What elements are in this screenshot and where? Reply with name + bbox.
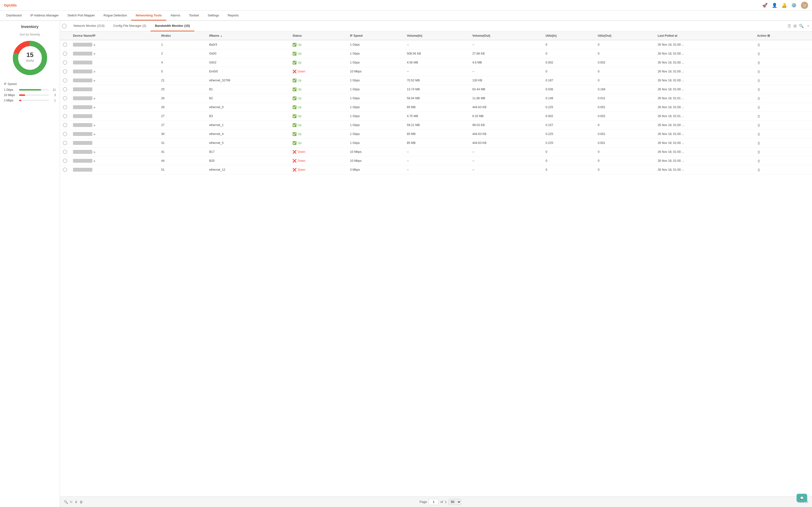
page-input[interactable] [429, 499, 439, 505]
search-icon[interactable]: 🔍 [799, 24, 804, 28]
settings-icon[interactable]: ⚙️ [791, 3, 797, 8]
row-radio[interactable] [63, 60, 67, 65]
select-all-radio[interactable] [62, 24, 67, 29]
th-utilz-in[interactable]: Utilz(In) [543, 32, 595, 40]
delete-row-icon[interactable]: 🗑 [757, 105, 761, 109]
chevron-icon[interactable]: ▶ [94, 97, 96, 100]
delete-row-icon[interactable]: 🗑 [757, 96, 761, 101]
nav-dashboard[interactable]: Dashboard [2, 11, 26, 20]
th-last-polled[interactable]: Last Polled at [655, 32, 754, 40]
delete-row-icon[interactable]: 🗑 [757, 88, 761, 92]
rocket-icon[interactable]: 🚀 [762, 3, 767, 8]
row-radio[interactable] [63, 159, 67, 163]
td-utilz-in: 0 [543, 157, 595, 165]
status-up-icon: ✅ [292, 78, 297, 82]
row-radio[interactable] [63, 168, 67, 172]
ifspeed-label-10mbps: 10 Mbps [4, 94, 17, 97]
td-action: 🗑 [754, 148, 812, 157]
row-radio[interactable] [63, 114, 67, 118]
chevron-icon[interactable]: ▶ [94, 151, 96, 153]
tab-network-monitor[interactable]: Network Monitor (213) [69, 21, 109, 32]
avatar[interactable]: U [801, 2, 808, 9]
th-ifname[interactable]: IfName ▲ [206, 32, 290, 40]
th-volume-in[interactable]: Volume(In) [404, 32, 469, 40]
td-action: 🗑 [754, 67, 812, 76]
download-icon[interactable]: ⬇ [75, 500, 78, 504]
td-volume-out: 444.63 KB [469, 130, 543, 138]
chevron-icon[interactable]: ▶ [94, 52, 96, 55]
table-header-row: Device Name/IP IfIndex IfName ▲ Status I… [60, 32, 812, 40]
pagination-info: Page of 1 50 100 200 [419, 499, 461, 505]
chevron-icon[interactable]: ▶ [94, 106, 96, 109]
row-radio[interactable] [63, 87, 67, 92]
row-radio[interactable] [63, 78, 67, 82]
nav-switch-port-mapper[interactable]: Switch Port Mapper [63, 11, 99, 20]
nav-alarms[interactable]: Alarms [166, 11, 185, 20]
tab-bar: Network Monitor (213) Config File Manage… [60, 21, 812, 32]
delete-row-icon[interactable]: 🗑 [757, 132, 761, 136]
row-radio[interactable] [63, 96, 67, 101]
device-bar [73, 159, 92, 163]
delete-row-icon[interactable]: 🗑 [757, 159, 761, 163]
delete-row-icon[interactable]: 🗑 [757, 123, 761, 127]
tab-bandwidth-monitor[interactable]: Bandwidth Monitor (15) [151, 21, 194, 32]
nav-rogue-detection[interactable]: Rogue Detection [99, 11, 132, 20]
delete-row-icon[interactable]: 🗑 [757, 141, 761, 145]
nav-reports[interactable]: Reports [223, 11, 243, 20]
delete-row-icon[interactable]: 🗑 [757, 43, 761, 47]
row-radio[interactable] [63, 43, 67, 47]
delete-row-icon[interactable]: 🗑 [757, 69, 761, 74]
td-status: ❌Down [290, 157, 347, 165]
tab-config-file-manager[interactable]: Config File Manager (2) [109, 21, 151, 32]
td-last-polled: 26 Nov 18, 01:00 ... [655, 58, 754, 67]
chevron-icon[interactable]: ▶ [94, 133, 96, 135]
chevron-icon[interactable]: ▶ [94, 79, 96, 82]
td-status: ❌Down [290, 165, 347, 174]
td-utilz-out: 0.002 [595, 58, 655, 67]
nav-settings[interactable]: Settings [203, 11, 223, 20]
row-radio[interactable] [63, 132, 67, 136]
th-ifindex[interactable]: IfIndex [158, 32, 206, 40]
row-radio[interactable] [63, 150, 67, 154]
td-volume-out: -- [469, 40, 543, 49]
td-ifspeed: 1 Gbps [347, 94, 404, 103]
th-utilz-out[interactable]: Utilz(Out) [595, 32, 655, 40]
delete-icon[interactable]: 🗑 [80, 500, 83, 504]
th-ifspeed[interactable]: IF Speed [347, 32, 404, 40]
chevron-icon[interactable]: ▶ [94, 44, 96, 46]
chat-button[interactable]: 💬 [797, 494, 807, 502]
delete-row-icon[interactable]: 🗑 [757, 78, 761, 82]
delete-row-icon[interactable]: 🗑 [757, 61, 761, 65]
row-radio[interactable] [63, 51, 67, 56]
row-radio[interactable] [63, 69, 67, 74]
bell-icon[interactable]: 🔔 [781, 3, 787, 8]
nav-toolset[interactable]: Toolset [185, 11, 203, 20]
chevron-icon[interactable]: ▶ [94, 124, 96, 126]
td-radio [60, 58, 70, 67]
td-volume-in: -- [404, 157, 469, 165]
user-icon[interactable]: 👤 [772, 3, 777, 8]
nav-ip-address-manager[interactable]: IP Address Manager [26, 11, 63, 20]
th-device-name-ip[interactable]: Device Name/IP [70, 32, 158, 40]
chevron-icon[interactable]: ▶ [94, 160, 96, 162]
delete-row-icon[interactable]: 🗑 [757, 114, 761, 118]
nav-networking-tools[interactable]: Networking Tools [131, 11, 166, 20]
delete-row-icon[interactable]: 🗑 [757, 168, 761, 172]
per-page-select[interactable]: 50 100 200 [449, 499, 461, 505]
chevron-icon[interactable]: ▶ [94, 70, 96, 73]
delete-row-icon[interactable]: 🗑 [757, 52, 761, 56]
row-radio[interactable] [63, 105, 67, 109]
delete-row-icon[interactable]: 🗑 [757, 150, 761, 154]
pagination-icons: 🔍 ↻ ⬇ 🗑 [64, 500, 83, 504]
refresh-icon[interactable]: ↻ [70, 500, 73, 504]
list-view-icon[interactable]: ☰ [788, 24, 791, 28]
th-volume-out[interactable]: Volume(Out) [469, 32, 543, 40]
search-filter-icon[interactable]: 🔍 [64, 500, 68, 504]
row-radio[interactable] [63, 141, 67, 145]
td-action: 🗑 [754, 40, 812, 49]
th-status[interactable]: Status [290, 32, 347, 40]
add-icon[interactable]: ＋ [806, 23, 810, 29]
row-radio[interactable] [63, 123, 67, 127]
columns-icon[interactable]: ⊞ [767, 34, 770, 38]
grid-view-icon[interactable]: ⊞ [794, 24, 797, 28]
